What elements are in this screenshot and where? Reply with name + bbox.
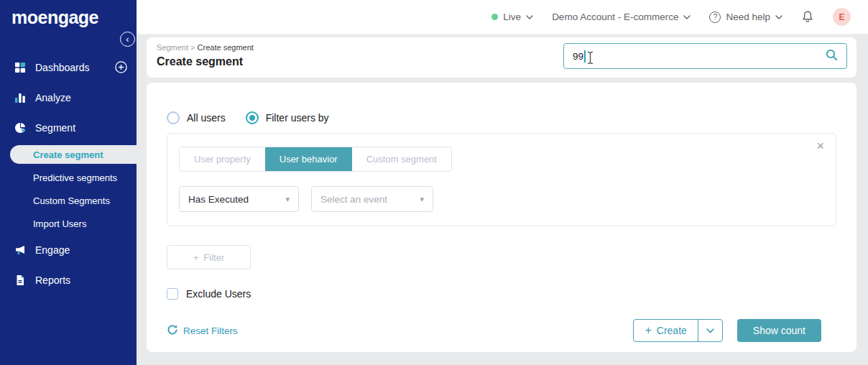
- sidebar-subitem-label: Custom Segments: [33, 195, 110, 206]
- pie-chart-icon: [14, 122, 26, 134]
- filter-type-tabs: User property User behavior Custom segme…: [179, 147, 452, 172]
- tab-user-behavior[interactable]: User behavior: [265, 147, 352, 171]
- account-selector[interactable]: Demo Account - E-commerce: [552, 11, 691, 22]
- megaphone-icon: [14, 244, 26, 256]
- radio-filter-users-by[interactable]: Filter users by: [246, 111, 329, 124]
- search-input[interactable]: 99: [563, 43, 847, 69]
- sidebar-item-label: Dashboards: [35, 62, 90, 73]
- footer-actions: + Create Show count: [633, 319, 821, 342]
- sidebar-item-create-segment[interactable]: Create segment: [10, 145, 137, 164]
- sidebar-item-label: Analyze: [35, 92, 71, 103]
- exclude-users-label: Exclude Users: [186, 288, 251, 300]
- breadcrumb-parent[interactable]: Segment: [157, 43, 188, 52]
- topbar: Live Demo Account - E-commerce ? Need he…: [137, 0, 868, 34]
- notifications-bell-icon[interactable]: [801, 10, 814, 24]
- radio-icon-selected[interactable]: [246, 111, 259, 124]
- exclude-users-checkbox[interactable]: [167, 288, 178, 300]
- sidebar-item-label: Engage: [35, 244, 70, 256]
- text-caret: [584, 50, 586, 63]
- question-mark-icon: ?: [709, 11, 721, 23]
- create-split-button: + Create: [633, 319, 722, 342]
- dropdown-arrow-icon: ▾: [420, 195, 424, 204]
- exclude-users-row: Exclude Users: [167, 288, 836, 300]
- grid-icon: [14, 62, 26, 73]
- search-value: 99: [573, 51, 583, 62]
- add-filter-label: Filter: [203, 252, 224, 263]
- bar-chart-icon: [14, 92, 26, 103]
- sidebar-collapse-button[interactable]: ‹: [120, 32, 135, 47]
- radio-label: Filter users by: [266, 112, 329, 124]
- show-count-button[interactable]: Show count: [737, 319, 821, 342]
- sidebar-item-label: Reports: [35, 274, 70, 286]
- chevron-down-icon: [526, 15, 533, 19]
- breadcrumb-current: Create segment: [198, 43, 254, 52]
- plus-icon: +: [645, 324, 651, 337]
- sidebar-subitem-label: Predictive segments: [33, 172, 117, 183]
- sidebar-item-reports[interactable]: Reports: [0, 270, 137, 290]
- card-footer: Reset Filters + Create Show count: [167, 319, 836, 342]
- sidebar-nav: Dashboards Analyze Segment Create segmen…: [0, 57, 137, 300]
- chevron-down-icon: [683, 15, 691, 19]
- sidebar-subitem-label: Create segment: [33, 149, 103, 160]
- filter-condition-panel: × User property User behavior Custom seg…: [167, 133, 836, 226]
- environment-label: Live: [503, 11, 521, 22]
- add-filter-button[interactable]: + Filter: [167, 245, 251, 269]
- operator-select[interactable]: Has Executed ▾: [179, 186, 299, 212]
- radio-all-users[interactable]: All users: [167, 111, 226, 124]
- sidebar-item-analyze[interactable]: Analyze: [0, 88, 137, 108]
- create-options-dropdown[interactable]: [698, 320, 722, 341]
- chevron-left-icon: ‹: [126, 34, 129, 45]
- tab-custom-segment[interactable]: Custom segment: [352, 147, 451, 171]
- event-placeholder: Select an event: [320, 194, 387, 205]
- user-scope-options: All users Filter users by: [167, 111, 836, 124]
- user-avatar[interactable]: E: [833, 8, 851, 26]
- tab-user-property[interactable]: User property: [180, 147, 265, 171]
- sidebar-item-import-users[interactable]: Import Users: [0, 214, 137, 233]
- need-help-label: Need help: [726, 11, 770, 22]
- event-select[interactable]: Select an event ▾: [311, 186, 433, 212]
- search-icon[interactable]: [826, 49, 838, 64]
- chevron-down-icon: [775, 15, 782, 19]
- live-status-dot: [491, 14, 498, 20]
- refresh-icon: [167, 324, 178, 338]
- moengage-logo: moengage: [0, 0, 137, 28]
- radio-label: All users: [187, 112, 226, 124]
- sidebar-item-label: Segment: [35, 122, 75, 134]
- add-dashboard-icon[interactable]: [115, 61, 127, 75]
- breadcrumb-separator: >: [190, 43, 195, 52]
- reset-filters-label: Reset Filters: [183, 325, 238, 336]
- sidebar-item-dashboards[interactable]: Dashboards: [0, 57, 137, 78]
- create-button[interactable]: + Create: [634, 320, 697, 341]
- sidebar-subitem-label: Import Users: [33, 218, 86, 229]
- show-count-label: Show count: [753, 325, 805, 336]
- account-name: Demo Account - E-commerce: [552, 11, 678, 22]
- reset-filters-button[interactable]: Reset Filters: [167, 324, 238, 338]
- sidebar-item-segment[interactable]: Segment: [0, 118, 137, 138]
- avatar-initial: E: [839, 12, 844, 22]
- sidebar: moengage ‹ Dashboards Analyze Segment: [0, 0, 137, 365]
- plus-icon: +: [193, 252, 199, 263]
- create-label: Create: [657, 325, 687, 336]
- document-icon: [14, 274, 26, 286]
- close-icon[interactable]: ×: [816, 139, 824, 152]
- page-header: Segment > Create segment Create segment …: [147, 37, 857, 78]
- sidebar-item-custom-segments[interactable]: Custom Segments: [0, 191, 137, 210]
- segment-builder-card: All users Filter users by × User propert…: [147, 83, 857, 352]
- sidebar-item-predictive-segments[interactable]: Predictive segments: [0, 168, 137, 187]
- operator-value: Has Executed: [188, 194, 249, 205]
- condition-row: Has Executed ▾ Select an event ▾: [179, 186, 824, 212]
- text-cursor-icon: [586, 51, 594, 68]
- need-help-menu[interactable]: ? Need help: [709, 11, 782, 23]
- radio-icon[interactable]: [167, 111, 180, 124]
- sidebar-item-engage[interactable]: Engage: [0, 240, 137, 260]
- dropdown-arrow-icon: ▾: [285, 195, 290, 204]
- environment-selector[interactable]: Live: [491, 11, 533, 22]
